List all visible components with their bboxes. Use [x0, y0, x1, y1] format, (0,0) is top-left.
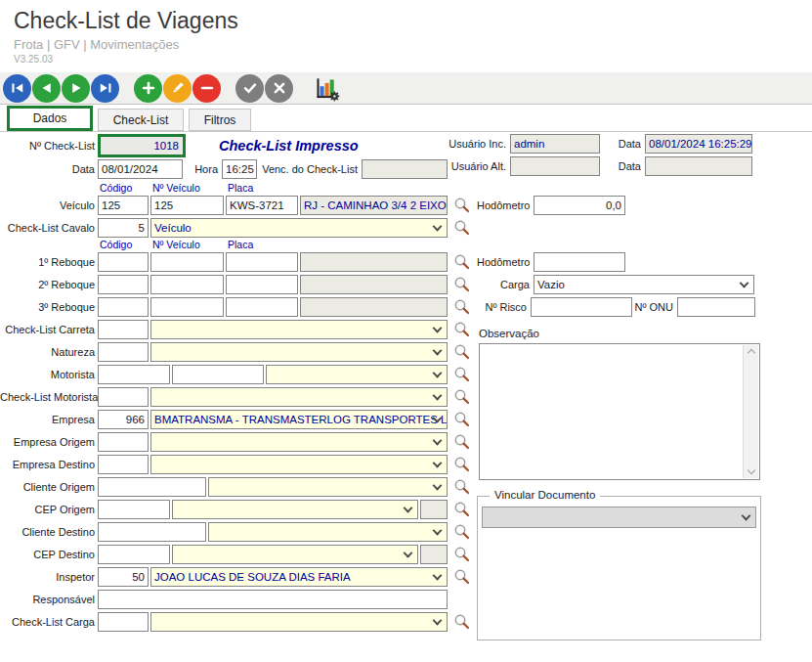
empresa-origem-codigo-input[interactable] — [98, 432, 149, 452]
cep-destino-select[interactable] — [172, 545, 418, 564]
num-checklist-field[interactable]: 1018 — [98, 134, 186, 157]
natureza-select[interactable] — [150, 342, 448, 362]
reboque1-placa-input[interactable] — [226, 252, 298, 272]
search-icon[interactable] — [453, 456, 470, 472]
motorista-codigo-input[interactable] — [98, 365, 170, 384]
empresa-origem-select[interactable] — [150, 432, 448, 452]
search-icon[interactable] — [453, 568, 470, 585]
hodometro-veiculo-input[interactable]: 0,0 — [534, 196, 625, 215]
row-checklist-motorista: Check-List Motorista — [0, 385, 475, 408]
row-hodometro-reboque: Hodômetro — [477, 250, 627, 273]
observacao-textarea[interactable] — [479, 343, 760, 480]
scroll-up-icon[interactable] — [747, 349, 754, 357]
search-icon[interactable] — [453, 366, 470, 382]
reboque2-codigo-input[interactable] — [98, 275, 149, 294]
data-input[interactable]: 08/01/2024 — [98, 159, 183, 179]
reboque1-codigo-input[interactable] — [98, 252, 149, 272]
checklist-cavalo-select[interactable]: Veículo — [150, 218, 448, 238]
cancel-button[interactable] — [265, 74, 293, 103]
search-icon[interactable] — [453, 613, 470, 630]
row-empresa-destino: Empresa Destino — [0, 453, 475, 475]
checklist-carga-select[interactable] — [150, 612, 448, 632]
scroll-down-icon[interactable] — [747, 466, 754, 474]
chevron-down-icon — [404, 548, 413, 557]
cep-destino-codigo-input[interactable] — [98, 545, 170, 564]
natureza-codigo-input[interactable] — [98, 342, 149, 362]
inspetor-label: Inspetor — [0, 571, 98, 583]
chart-settings-button[interactable] — [312, 73, 341, 103]
vincular-documento-select[interactable] — [482, 507, 756, 528]
empresa-codigo-input[interactable]: 966 — [98, 410, 149, 429]
search-icon[interactable] — [453, 253, 470, 270]
hodometro-reboque-input[interactable] — [534, 252, 625, 272]
veiculo-num-input[interactable]: 125 — [150, 196, 224, 215]
carga-value: Vazio — [537, 279, 565, 290]
cliente-origem-codigo-input[interactable] — [98, 477, 206, 497]
search-icon[interactable] — [453, 343, 470, 360]
chevron-down-icon — [433, 525, 443, 535]
veiculo-label: Veículo — [0, 199, 98, 211]
empresa-select[interactable]: BMATRANSMA - TRANSMASTERLOG TRANSPORTES … — [150, 410, 448, 429]
empresa-destino-select[interactable] — [150, 455, 448, 474]
search-icon[interactable] — [453, 388, 470, 405]
inspetor-codigo-input[interactable]: 50 — [98, 567, 149, 587]
num-risco-input[interactable] — [531, 297, 632, 317]
search-icon[interactable] — [453, 411, 470, 427]
reboque1-num-input[interactable] — [150, 252, 224, 272]
search-icon[interactable] — [453, 546, 470, 562]
checklist-motorista-select[interactable] — [150, 387, 448, 407]
cep-origem-select[interactable] — [172, 500, 418, 519]
nav-previous-button[interactable] — [32, 74, 61, 103]
hora-label: Hora — [185, 163, 222, 175]
carga-select[interactable]: Vazio — [534, 275, 754, 294]
search-icon[interactable] — [453, 523, 470, 540]
search-icon[interactable] — [453, 219, 470, 236]
search-icon[interactable] — [453, 298, 470, 315]
search-icon[interactable] — [453, 433, 470, 450]
veiculo-codigo-input[interactable]: 125 — [98, 196, 149, 215]
add-button[interactable] — [134, 74, 162, 103]
confirm-button[interactable] — [235, 74, 264, 103]
search-icon[interactable] — [453, 321, 470, 337]
inspetor-select[interactable]: JOAO LUCAS DE SOUZA DIAS FARIA — [150, 567, 448, 587]
checklist-carga-codigo-input[interactable] — [98, 612, 149, 632]
checklist-carreta-codigo-input[interactable] — [98, 320, 149, 339]
checklist-carreta-label: Check-List Carreta — [0, 324, 98, 335]
veiculo-placa-input[interactable]: KWS-3721 — [226, 196, 298, 215]
column-header-num-veiculo: Nº Veículo — [152, 182, 228, 194]
reboque2-num-input[interactable] — [150, 275, 224, 294]
nav-first-button[interactable] — [3, 74, 31, 103]
cliente-destino-select[interactable] — [208, 522, 448, 542]
reboque3-placa-input[interactable] — [226, 297, 298, 317]
cliente-destino-codigo-input[interactable] — [98, 522, 206, 542]
usuario-alt-label: Usuário Alt. — [446, 160, 510, 172]
motorista-select[interactable] — [266, 365, 448, 384]
delete-button[interactable] — [192, 74, 221, 103]
reboque2-placa-input[interactable] — [226, 275, 298, 294]
search-icon[interactable] — [453, 276, 470, 292]
reboque3-num-input[interactable] — [150, 297, 224, 317]
cliente-origem-select[interactable] — [208, 477, 448, 497]
reboque3-codigo-input[interactable] — [98, 297, 149, 317]
search-icon[interactable] — [453, 197, 470, 213]
hora-input[interactable]: 16:25 — [222, 159, 257, 179]
observacao-scrollbar[interactable] — [743, 345, 758, 478]
tab-checklist[interactable]: Check-List — [98, 109, 184, 131]
checklist-motorista-codigo-input[interactable] — [98, 387, 149, 407]
cep-origem-codigo-input[interactable] — [98, 500, 170, 519]
tab-filtros[interactable]: Filtros — [189, 109, 251, 131]
num-onu-input[interactable] — [677, 297, 755, 317]
motorista-registro-input[interactable] — [172, 365, 264, 384]
search-icon[interactable] — [453, 478, 470, 495]
tab-dados[interactable]: Dados — [7, 106, 93, 131]
checklist-cavalo-label: Check-List Cavalo — [0, 222, 98, 234]
checklist-cavalo-codigo-input[interactable]: 5 — [98, 218, 149, 238]
nav-next-button[interactable] — [62, 74, 90, 103]
num-risco-label: Nº Risco — [477, 301, 531, 313]
checklist-carreta-select[interactable] — [150, 320, 448, 339]
edit-button[interactable] — [163, 74, 192, 103]
responsavel-input[interactable] — [98, 590, 448, 609]
empresa-destino-codigo-input[interactable] — [98, 455, 149, 474]
search-icon[interactable] — [453, 501, 470, 517]
nav-last-button[interactable] — [91, 74, 119, 103]
